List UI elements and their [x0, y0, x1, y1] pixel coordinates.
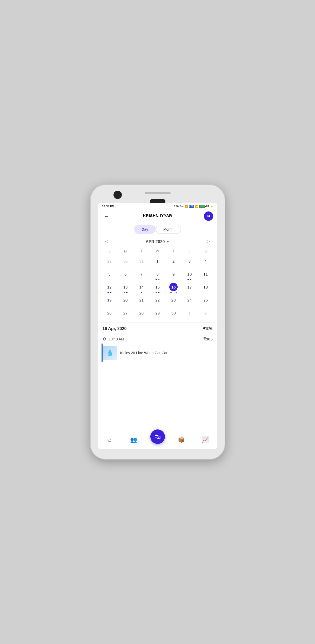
prev-month-button[interactable]: <: [103, 238, 110, 245]
signal-bars: 📶: [185, 205, 188, 208]
wifi-icon: 📶: [195, 205, 198, 208]
chart-icon: 📈: [202, 436, 209, 443]
day-header-wed: W: [150, 249, 166, 254]
date-summary: 16 Apr, 2020 ₹476: [98, 322, 217, 334]
cal-cell[interactable]: 1: [182, 308, 198, 320]
day-header-fri: F: [182, 249, 198, 254]
cal-cell[interactable]: 31: [133, 256, 150, 268]
day-headers: S M T W T F S: [102, 249, 214, 254]
cal-cell[interactable]: 5: [102, 269, 118, 281]
cal-cell[interactable]: 25: [198, 295, 214, 307]
cal-cell[interactable]: 1: [150, 256, 166, 268]
day-header-sun: S: [102, 249, 118, 254]
day-header-tue: T: [133, 249, 150, 254]
cal-cell[interactable]: 22: [150, 295, 166, 307]
product-row[interactable]: 💧 Kinley 20 Litre Water Can Jar: [102, 344, 217, 362]
nav-box[interactable]: 📦: [170, 436, 193, 443]
charging-icon: ⚡: [210, 205, 213, 208]
header: ← KRISHN IYYAR KI: [98, 209, 217, 223]
cal-cell[interactable]: 2: [165, 256, 182, 268]
cal-cell[interactable]: 30: [117, 256, 133, 268]
calendar-grid: S M T W T F S 29303112345678910111213141…: [98, 249, 217, 322]
month-year-label: APR 2020 ▼: [146, 239, 170, 244]
next-month-button[interactable]: >: [205, 238, 212, 245]
day-header-sat: S: [198, 249, 214, 254]
status-time: 10:33 PM: [102, 205, 115, 208]
avatar: KI: [204, 211, 213, 221]
cal-cell[interactable]: 10: [182, 269, 198, 281]
cal-cell[interactable]: 17: [182, 282, 198, 294]
cal-cell[interactable]: 6: [117, 269, 133, 281]
nav-home[interactable]: ⌂: [98, 436, 122, 443]
cal-cell[interactable]: 29: [102, 256, 118, 268]
view-toggle: Day Month: [98, 223, 217, 237]
product-emoji: 💧: [106, 349, 114, 357]
order-time: 10:40 AM: [109, 337, 124, 341]
cal-cell[interactable]: 11: [198, 269, 214, 281]
cal-cell[interactable]: 24: [182, 295, 198, 307]
order-time-section: ⚙ 10:40 AM: [103, 337, 124, 341]
cal-cell[interactable]: 9: [165, 269, 182, 281]
day-header-mon: M: [117, 249, 133, 254]
order-row[interactable]: ⚙ 10:40 AM ₹305: [98, 334, 217, 344]
cal-cell[interactable]: 30: [165, 308, 182, 320]
cal-cell[interactable]: 19: [102, 295, 118, 307]
cal-cell[interactable]: 29: [150, 308, 166, 320]
box-icon: 📦: [178, 436, 185, 443]
shop-icon: 🛍: [155, 433, 161, 440]
calendar-dates: 2930311234567891011121314151617181920212…: [102, 256, 214, 320]
cal-cell[interactable]: 23: [165, 295, 182, 307]
cal-cell[interactable]: 26: [102, 308, 118, 320]
phone-camera: [113, 191, 122, 199]
cal-cell[interactable]: 21: [133, 295, 150, 307]
cal-cell[interactable]: 13: [117, 282, 133, 294]
month-toggle-button[interactable]: Month: [156, 225, 181, 234]
order-amount: ₹305: [203, 337, 212, 341]
selected-date-label: 16 Apr, 2020: [103, 326, 127, 331]
month-dropdown-arrow[interactable]: ▼: [166, 240, 169, 244]
status-bar: 10:33 PM ...1.5KB/s 📶 LTE 📶 63 ⚡: [98, 203, 217, 209]
shop-center-button[interactable]: 🛍: [150, 429, 165, 444]
bottom-nav: ⌂ 👥 🛍 📦 📈: [98, 431, 217, 449]
lte-icon: LTE: [189, 205, 194, 208]
product-name: Kinley 20 Litre Water Can Jar: [120, 351, 167, 355]
day-header-thu: T: [165, 249, 182, 254]
phone-outer: 10:33 PM ...1.5KB/s 📶 LTE 📶 63 ⚡ ← KRISH…: [90, 184, 225, 460]
cal-cell[interactable]: 28: [133, 308, 150, 320]
back-button[interactable]: ←: [102, 212, 111, 220]
battery-pct: 63: [206, 205, 209, 208]
status-right: ...1.5KB/s 📶 LTE 📶 63 ⚡: [172, 205, 213, 208]
nav-shop-center[interactable]: 🛍: [146, 436, 170, 444]
phone-screen: 10:33 PM ...1.5KB/s 📶 LTE 📶 63 ⚡ ← KRISH…: [98, 203, 217, 449]
cal-cell[interactable]: 14: [133, 282, 150, 294]
cal-cell[interactable]: 2: [198, 308, 214, 320]
cal-cell[interactable]: 4: [198, 256, 214, 268]
cal-cell[interactable]: 15: [150, 282, 166, 294]
page-title: KRISHN IYYAR: [143, 213, 172, 219]
nav-people[interactable]: 👥: [122, 436, 146, 443]
cal-cell[interactable]: 7: [133, 269, 150, 281]
selected-date-amount: ₹476: [203, 326, 213, 331]
calendar-nav: < APR 2020 ▼ >: [98, 237, 217, 249]
battery-icon: [199, 205, 205, 208]
filter-icon: ⚙: [103, 337, 106, 341]
home-icon: ⌂: [108, 436, 111, 443]
signal-text: ...1.5KB/s: [172, 205, 184, 208]
product-image: 💧: [103, 346, 117, 360]
cal-cell[interactable]: 20: [117, 295, 133, 307]
cal-cell[interactable]: 3: [182, 256, 198, 268]
cal-cell[interactable]: 8: [150, 269, 166, 281]
people-icon: 👥: [130, 436, 137, 443]
cal-cell[interactable]: 27: [117, 308, 133, 320]
cal-cell[interactable]: 18: [198, 282, 214, 294]
nav-chart[interactable]: 📈: [193, 436, 217, 443]
cal-cell[interactable]: 12: [102, 282, 118, 294]
day-toggle-button[interactable]: Day: [134, 225, 156, 234]
phone-speaker: [145, 192, 171, 194]
cal-cell[interactable]: 16: [165, 282, 182, 294]
